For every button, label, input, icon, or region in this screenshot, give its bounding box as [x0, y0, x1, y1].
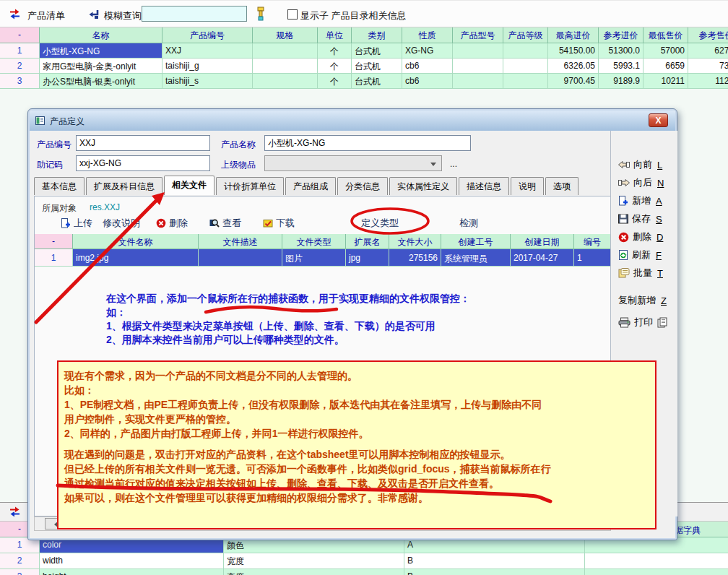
column-header[interactable]: 创建日期: [511, 234, 574, 249]
cell[interactable]: 个: [318, 43, 352, 59]
cell[interactable]: taishiji_g: [162, 59, 253, 74]
cell[interactable]: width: [40, 553, 224, 569]
tab-4[interactable]: 产品组成: [285, 177, 336, 195]
table-row[interactable]: 3height高度B: [0, 569, 728, 575]
table-row[interactable]: 3办公S型电脑-银奥-onlyittaishiji_s个台式机cb69700.4…: [0, 74, 728, 89]
fuzzy-search-input[interactable]: [142, 6, 247, 22]
cell[interactable]: 11232.: [688, 74, 728, 89]
cell[interactable]: 个: [318, 59, 352, 74]
cell[interactable]: 2017-04-27: [511, 249, 574, 267]
column-header[interactable]: 产品等级: [503, 27, 548, 43]
cell[interactable]: 5993.1: [599, 59, 644, 74]
upload-button[interactable]: 上传: [61, 216, 92, 230]
tab-8[interactable]: 说明: [511, 177, 544, 195]
show-sub-checkbox[interactable]: [287, 9, 298, 20]
cell[interactable]: [253, 59, 318, 74]
column-header[interactable]: 文件描述: [199, 234, 282, 249]
tab-0[interactable]: 基本信息: [34, 177, 84, 195]
column-header[interactable]: 最高进价: [548, 27, 599, 43]
cell[interactable]: [503, 43, 548, 59]
cell[interactable]: [453, 43, 503, 59]
batch-button[interactable]: 批量T: [618, 267, 663, 280]
add-button[interactable]: 新增A: [618, 194, 662, 207]
column-header[interactable]: 性质: [402, 27, 453, 43]
cell[interactable]: height: [40, 569, 224, 575]
cell[interactable]: XXJ: [162, 43, 253, 59]
table-row[interactable]: 1img2.jpg图片jpg275156系统管理员2017-04-271: [35, 249, 611, 267]
cell[interactable]: [253, 74, 318, 89]
column-header[interactable]: 产品型号: [453, 27, 503, 43]
cell[interactable]: 家用G型电脑-金奥-onlyit: [40, 59, 162, 74]
define-type-button[interactable]: 定义类型: [361, 216, 399, 230]
cell[interactable]: 62700.: [688, 43, 728, 59]
cell[interactable]: 办公S型电脑-银奥-onlyit: [40, 74, 162, 89]
cell[interactable]: 1: [574, 249, 611, 267]
product-code-input[interactable]: [76, 135, 210, 151]
column-header[interactable]: 创建工号: [441, 234, 511, 249]
table-row[interactable]: 1小型机-XG-NGXXJ个台式机XG-NG54150.0051300.0570…: [0, 43, 728, 59]
cell[interactable]: cb6: [402, 74, 453, 89]
edit-description-button[interactable]: 修改说明: [103, 216, 140, 230]
print-button[interactable]: 打印: [618, 316, 668, 329]
cell[interactable]: 6326.05: [548, 59, 599, 74]
cell[interactable]: 图片: [282, 249, 346, 267]
row-number[interactable]: 1: [0, 43, 40, 59]
run-query-icon[interactable]: [88, 9, 100, 20]
cell[interactable]: 台式机: [352, 59, 402, 74]
delete-file-button[interactable]: 删除: [156, 216, 188, 230]
cell[interactable]: 7324.: [688, 59, 728, 74]
tab-9[interactable]: 选项: [545, 177, 578, 195]
flashlight-icon[interactable]: [254, 7, 267, 21]
column-header[interactable]: 参考售价: [688, 27, 728, 43]
tab-7[interactable]: 描述信息: [459, 177, 509, 195]
refresh-button[interactable]: 刷新F: [618, 248, 662, 261]
tab-2[interactable]: 相关文件: [164, 176, 214, 195]
copy-add-button[interactable]: 复制新增Z: [618, 294, 667, 307]
cell[interactable]: [585, 553, 728, 569]
tab-6[interactable]: 实体属性定义: [389, 177, 457, 195]
column-header[interactable]: 类别: [352, 27, 402, 43]
column-header[interactable]: 编号: [574, 234, 611, 249]
column-header[interactable]: 文件类型: [282, 234, 346, 249]
cell[interactable]: img2.jpg: [73, 249, 199, 267]
download-button[interactable]: 下载: [263, 216, 295, 230]
column-header[interactable]: 产品编号: [162, 27, 253, 43]
cell[interactable]: [253, 43, 318, 59]
cell[interactable]: [503, 74, 548, 89]
cell[interactable]: 51300.0: [599, 43, 644, 59]
tab-3[interactable]: 计价折算单位: [216, 177, 284, 195]
cell[interactable]: 9189.9: [599, 74, 644, 89]
mnemonic-input[interactable]: [76, 155, 210, 171]
tab-5[interactable]: 分类信息: [337, 177, 388, 195]
cell[interactable]: 台式机: [352, 74, 402, 89]
cell[interactable]: 宽度: [224, 553, 404, 569]
parent-item-select[interactable]: [264, 155, 442, 171]
cell[interactable]: 台式机: [352, 43, 402, 59]
save-button[interactable]: 保存S: [618, 212, 662, 225]
cell[interactable]: 高度: [224, 569, 404, 575]
cell[interactable]: B: [404, 553, 585, 569]
row-number[interactable]: 2: [0, 59, 40, 74]
cell[interactable]: jpg: [346, 249, 389, 267]
cell[interactable]: taishiji_s: [162, 74, 253, 89]
delete-record-button[interactable]: 删除D: [618, 230, 663, 243]
column-header[interactable]: 名称: [40, 27, 162, 43]
product-name-input[interactable]: [264, 135, 471, 151]
cell[interactable]: B: [404, 569, 585, 575]
cell[interactable]: [503, 59, 548, 74]
cell[interactable]: 54150.00: [548, 43, 599, 59]
cell[interactable]: 275156: [389, 249, 441, 267]
column-header[interactable]: 规格: [253, 27, 318, 43]
table-row[interactable]: 2width宽度B: [0, 553, 728, 569]
cell[interactable]: 10211: [644, 74, 688, 89]
cell[interactable]: [585, 569, 728, 575]
row-number[interactable]: 2: [0, 553, 40, 569]
cell[interactable]: [453, 59, 503, 74]
cell[interactable]: 6659: [644, 59, 688, 74]
column-header[interactable]: 扩展名: [346, 234, 389, 249]
column-header[interactable]: 文件大小: [389, 234, 441, 249]
sync-icon[interactable]: [9, 8, 21, 20]
view-file-button[interactable]: 查看: [209, 216, 241, 230]
cell[interactable]: 系统管理员: [441, 249, 511, 267]
nav-prev-button[interactable]: 向前L: [618, 158, 662, 171]
